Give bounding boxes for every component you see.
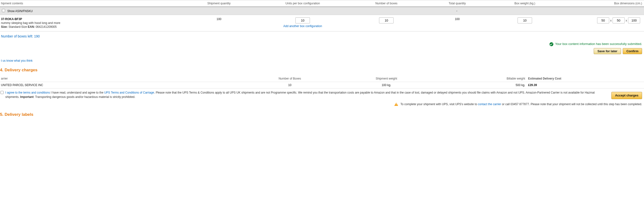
size-label: Size:: [1, 25, 8, 28]
delivery-table-header: arrier Number of Boxes Shipment weight B…: [0, 76, 644, 82]
terms-block: I agree to the terms and conditions I ha…: [0, 88, 644, 100]
asin-dash: -: [425, 9, 489, 12]
dim-sep-1: x: [610, 19, 612, 22]
dcol-header-numbox: Number of Boxes: [245, 77, 335, 80]
box-dim-length-input[interactable]: [597, 18, 609, 24]
box-weight-input[interactable]: [518, 18, 532, 24]
units-per-box-input[interactable]: [296, 18, 310, 24]
section-4-header: 4. Delivery charges: [0, 66, 644, 76]
carrier-name: UNITED PARCEL SERVICE INC: [0, 84, 245, 87]
item-attributes: Size: Standard-Size EAN: 0642141209005: [1, 25, 180, 28]
col-header-weight: Box weight (kg.): [490, 2, 560, 5]
save-for-later-button[interactable]: Save for later: [594, 48, 621, 54]
item-sku: 37-ROKA-BF3P: [1, 18, 180, 21]
confirm-button[interactable]: Confirm: [623, 48, 642, 54]
number-of-boxes-input[interactable]: [379, 18, 394, 24]
asin-row: Show ASIN/FNSKU -: [0, 7, 644, 15]
ean-value: 0642141209005: [35, 25, 56, 28]
add-box-config-link[interactable]: Add another box configuration: [283, 24, 322, 28]
size-value: Standard-Size: [8, 25, 28, 28]
show-asin-checkbox[interactable]: [2, 9, 5, 12]
col-header-totalqty: Total quantity: [425, 2, 489, 5]
delivery-cost: £29.39: [528, 84, 644, 87]
delivery-table-row: UNITED PARCEL SERVICE INC 10 100 kg. 500…: [0, 82, 644, 88]
dim-sep-2: x: [626, 19, 627, 22]
col-header-contents: hipment contents: [0, 2, 180, 5]
col-header-numboxes: Number of boxes: [348, 2, 425, 5]
delivery-shipwt: 100 kg.: [335, 84, 438, 87]
important-label: Important: [20, 95, 33, 99]
ean-label: EAN:: [28, 25, 35, 28]
warning-icon: [394, 102, 398, 106]
total-quantity-value: 100: [425, 18, 489, 21]
delivery-billwt: 500 kg.: [438, 84, 528, 87]
boxes-left-text: Number of boxes left: 190: [0, 32, 644, 41]
col-header-shipqty: Shipment quantity: [180, 2, 258, 5]
delivery-numbox: 10: [245, 84, 335, 87]
section-5-header: 5. Delivery labels: [0, 111, 644, 120]
col-header-unitsper: Units per box configuration: [258, 2, 348, 5]
warn-t2: or call 03457 877877. Please note that y…: [501, 102, 642, 106]
box-dim-height-input[interactable]: [628, 18, 640, 24]
agree-terms-checkbox[interactable]: [0, 91, 4, 94]
agree-terms-link[interactable]: I agree to the terms and conditions: [5, 91, 50, 94]
col-header-dims: Box dimensions (cm.): [560, 2, 644, 5]
box-dim-width-input[interactable]: [612, 18, 625, 24]
contact-carrier-link[interactable]: contact the carrier: [478, 102, 501, 106]
warn-t1: To complete your shipment with UPS, visi…: [400, 102, 478, 106]
show-asin-label: Show ASIN/FNSKU: [7, 10, 33, 13]
terms-t1: I have read, understand and agree to the: [50, 91, 104, 94]
success-message-text: Your box content information has been su…: [555, 42, 642, 46]
accept-charges-button[interactable]: Accept charges: [611, 92, 642, 99]
dcol-header-carrier: arrier: [0, 77, 245, 80]
success-message-line: Your box content information has been su…: [0, 41, 644, 48]
check-circle-icon: [550, 42, 553, 46]
shipment-table-header: hipment contents Shipment quantity Units…: [0, 0, 644, 7]
dcol-header-billwt: Billable weight: [438, 77, 528, 80]
dcol-header-shipwt: Shipment weight: [335, 77, 438, 80]
shipment-item-row: 37-ROKA-BF3P nummy sleeping bag with hoo…: [0, 15, 644, 32]
dcol-header-cost: Estimated Delivery Cost: [528, 77, 644, 80]
ups-warning-line: To complete your shipment with UPS, visi…: [0, 100, 644, 111]
item-description: nummy sleeping bag with hood long and mo…: [1, 21, 180, 25]
shipment-quantity-value: 100: [180, 18, 258, 21]
feedback-link[interactable]: t us know what you think: [1, 59, 33, 62]
ups-terms-link[interactable]: UPS Terms and Conditions of Carriage: [104, 91, 154, 94]
terms-t3: : Transporting dangerous goods and/or ha…: [34, 95, 136, 99]
